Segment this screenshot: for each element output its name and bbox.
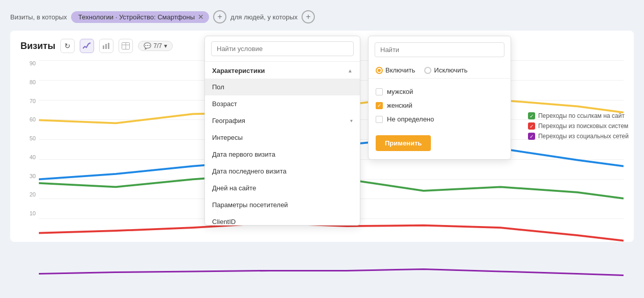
- svg-rect-2: [108, 43, 109, 49]
- y-label-60: 60: [20, 116, 36, 122]
- legend-item-links: ✓ Переходы по ссылкам на сайт: [528, 112, 629, 119]
- dropdown-search-area: [205, 36, 360, 62]
- legend-label-links: Переходы по ссылкам на сайт: [538, 112, 625, 119]
- y-label-40: 40: [20, 154, 36, 160]
- apply-button[interactable]: Применить: [376, 135, 431, 151]
- y-label-10: 10: [20, 210, 36, 216]
- segments-badge[interactable]: 💬 7/7 ▾: [138, 41, 173, 51]
- chart-title: Визиты: [20, 41, 55, 52]
- legend-item-social: ✓ Переходы из социальных сетей: [528, 133, 629, 140]
- legend-label-social: Переходы из социальных сетей: [538, 133, 629, 140]
- gender-checkbox-list: мужской ✓ женский Не определено: [369, 83, 511, 128]
- bar-chart-button[interactable]: [99, 39, 113, 53]
- legend-icon-search: ✓: [528, 122, 535, 130]
- y-label-70: 70: [20, 98, 36, 104]
- svg-rect-1: [105, 44, 107, 49]
- segment-divider: для людей, у которых: [231, 13, 297, 21]
- y-label-80: 80: [20, 79, 36, 85]
- add-segment-button-2[interactable]: +: [302, 10, 315, 23]
- dropdown-item-data-pervogo[interactable]: Дата первого визита: [205, 146, 360, 163]
- dropdown-item-geografiya[interactable]: География ▾: [205, 112, 360, 129]
- dropdown-item-data-poslednego[interactable]: Дата последнего визита: [205, 163, 360, 180]
- dropdown-item-dney-na-sayte[interactable]: Дней на сайте: [205, 180, 360, 196]
- bar-chart-icon: [102, 42, 110, 49]
- legend-label-search: Переходы из поисковых систем: [538, 122, 628, 130]
- gender-search-area: [369, 42, 511, 62]
- segments-count-text: 7/7: [153, 42, 162, 49]
- exclude-radio[interactable]: Исключить: [424, 66, 468, 74]
- male-label: мужской: [387, 88, 413, 95]
- characteristics-label: Характеристики: [212, 67, 265, 74]
- line-chart-button[interactable]: [80, 39, 94, 53]
- legend-item-search: ✓ Переходы из поисковых систем: [528, 122, 629, 130]
- undefined-label: Не определено: [387, 115, 434, 123]
- dropdown-list: Характеристики ▲ Пол Возраст География ▾…: [205, 62, 360, 225]
- segment-tag-text: Технологии · Устройство: Смартфоны: [78, 13, 195, 21]
- svg-rect-0: [103, 45, 104, 49]
- dropdown-item-clientid[interactable]: ClientID: [205, 213, 360, 225]
- gender-search-input[interactable]: [375, 42, 504, 57]
- line-chart-icon: [83, 42, 91, 49]
- segment-bar: Визиты, в которых Технологии · Устройств…: [10, 10, 634, 23]
- dropdown-item-vozrast[interactable]: Возраст: [205, 95, 360, 112]
- table-button[interactable]: [119, 39, 133, 53]
- close-icon[interactable]: ✕: [198, 13, 204, 20]
- segment-label-visits: Визиты, в которых: [10, 13, 67, 21]
- y-axis: 90 80 70 60 50 40 30 20 10: [20, 60, 36, 218]
- condition-search-input[interactable]: [211, 41, 354, 56]
- female-label: женский: [387, 102, 412, 109]
- dropdown-item-geografiya-label: География: [212, 117, 245, 125]
- y-label-30: 30: [20, 173, 36, 179]
- gender-panel: Включить Исключить мужской ✓ женский Не …: [368, 36, 511, 160]
- gender-checkbox-male[interactable]: мужской: [376, 85, 503, 98]
- refresh-button[interactable]: ↻: [60, 39, 75, 53]
- dropdown-item-interesy[interactable]: Интересы: [205, 129, 360, 146]
- y-label-20: 20: [20, 191, 36, 197]
- gender-checkbox-female[interactable]: ✓ женский: [376, 98, 503, 112]
- condition-dropdown: Характеристики ▲ Пол Возраст География ▾…: [204, 36, 360, 226]
- characteristics-section-header: Характеристики ▲: [205, 62, 360, 79]
- y-label-90: 90: [20, 60, 36, 66]
- gender-checkbox-undefined[interactable]: Не определено: [376, 112, 503, 126]
- segment-tag: Технологии · Устройство: Смартфоны ✕: [71, 11, 209, 23]
- chevron-right-icon: ▾: [350, 118, 353, 123]
- line-purple: [39, 269, 624, 275]
- include-label: Включить: [385, 66, 415, 74]
- exclude-label: Исключить: [434, 66, 468, 74]
- dropdown-item-parametry[interactable]: Параметры посетителей: [205, 196, 360, 213]
- male-checkbox-box: [376, 88, 383, 95]
- include-radio[interactable]: Включить: [376, 66, 415, 74]
- segments-chevron-icon: ▾: [164, 42, 167, 49]
- exclude-radio-circle: [424, 67, 431, 74]
- legend-icon-links: ✓: [528, 112, 535, 119]
- include-radio-circle: [376, 67, 383, 74]
- main-wrapper: Визиты, в которых Технологии · Устройств…: [0, 0, 644, 242]
- female-checkbox-box: ✓: [376, 102, 383, 109]
- legend-icon-social: ✓: [528, 133, 535, 140]
- table-icon: [122, 42, 130, 49]
- line-red: [39, 223, 624, 241]
- chart-legend: ✓ Переходы по ссылкам на сайт ✓ Переходы…: [528, 112, 629, 140]
- add-segment-button-1[interactable]: +: [213, 10, 226, 23]
- dropdown-item-pol[interactable]: Пол: [205, 79, 360, 95]
- include-exclude-radio: Включить Исключить: [369, 62, 511, 79]
- segments-icon: 💬: [144, 42, 151, 49]
- chevron-up-icon: ▲: [348, 68, 353, 73]
- undefined-checkbox-box: [376, 116, 383, 123]
- y-label-50: 50: [20, 135, 36, 141]
